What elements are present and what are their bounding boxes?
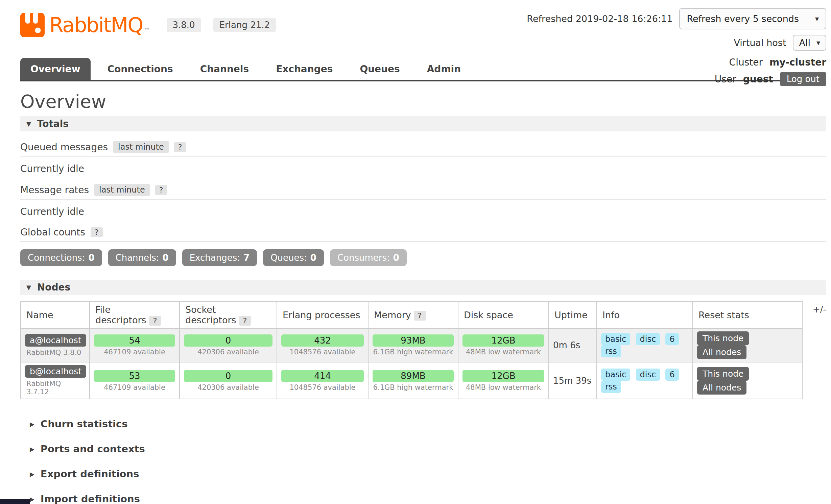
erlang-processes-detail: 1048576 available — [281, 348, 364, 356]
col-info: Info — [597, 301, 693, 328]
refreshed-timestamp: Refreshed 2019-02-18 16:26:11 — [527, 14, 672, 24]
bottom-left-artifact — [0, 499, 30, 504]
disk-space-cell: 12GB 48MB low watermark — [458, 328, 549, 362]
nodes-table-wrap: Name File descriptors? Socket descriptor… — [20, 301, 826, 399]
tab-connections[interactable]: Connections — [97, 58, 183, 80]
col-memory: Memory? — [368, 301, 458, 328]
section-import-definitions[interactable]: ▶ Import definitions — [20, 493, 826, 504]
tab-queues[interactable]: Queues — [350, 58, 410, 80]
nodes-section-header[interactable]: ▼ Nodes — [20, 280, 826, 295]
count-value: 7 — [243, 253, 250, 263]
global-counts-label: Global counts — [20, 227, 85, 238]
header-right: Refreshed 2019-02-18 16:26:11 Refresh ev… — [527, 8, 826, 86]
node-name-cell: a@localhost RabbitMQ 3.8.0 — [21, 328, 90, 362]
count-label: Exchanges: — [190, 253, 240, 263]
reset-this-node-button[interactable]: This node — [697, 331, 749, 345]
message-rates-status: Currently idle — [20, 206, 826, 217]
count-label: Connections: — [28, 253, 85, 263]
section-ports-and-contexts[interactable]: ▶ Ports and contexts — [20, 443, 826, 455]
disk-space-bar: 12GB — [462, 370, 544, 382]
page-title: Overview — [20, 91, 826, 112]
tab-overview[interactable]: Overview — [20, 58, 91, 80]
section-churn-statistics[interactable]: ▶ Churn statistics — [20, 418, 826, 430]
logout-button[interactable]: Log out — [780, 72, 826, 86]
section-label: Churn statistics — [41, 418, 128, 430]
tab-channels[interactable]: Channels — [190, 58, 259, 80]
info-badge: 6 — [665, 369, 679, 381]
totals-section-header[interactable]: ▼ Totals — [20, 116, 826, 131]
col-file-descriptors: File descriptors? — [90, 301, 180, 328]
reset-all-nodes-button[interactable]: All nodes — [697, 345, 746, 359]
reset-all-nodes-button[interactable]: All nodes — [697, 381, 746, 395]
nodes-section-title: Nodes — [37, 282, 70, 293]
user-name: guest — [743, 74, 773, 85]
node-name-badge[interactable]: a@localhost — [25, 334, 86, 347]
page: RabbitMQ ™ 3.8.0 Erlang 21.2 Refreshed 2… — [0, 0, 831, 504]
info-badge: rss — [601, 381, 621, 393]
help-icon[interactable]: ? — [174, 142, 186, 152]
info-cell: basic disc 6 rss — [597, 362, 693, 399]
file-descriptors-cell: 53 467109 available — [90, 362, 180, 399]
count-value: 0 — [310, 253, 316, 263]
version-badge: 3.8.0 — [167, 18, 201, 32]
exchanges-count-badge: Exchanges: 7 — [182, 249, 257, 266]
tab-exchanges[interactable]: Exchanges — [266, 58, 343, 80]
socket-descriptors-bar: 0 — [184, 370, 272, 382]
message-rates-range-chip[interactable]: last minute — [94, 184, 150, 196]
node-row: a@localhost RabbitMQ 3.8.0 54 467109 ava… — [21, 328, 802, 362]
help-icon[interactable]: ? — [414, 311, 426, 321]
virtual-host-value: All — [799, 37, 810, 48]
section-export-definitions[interactable]: ▶ Export definitions — [20, 468, 826, 480]
triangle-down-icon: ▼ — [26, 120, 31, 127]
count-label: Consumers: — [337, 253, 390, 263]
channels-count-badge: Channels: 0 — [108, 249, 176, 266]
reset-this-node-button[interactable]: This node — [697, 367, 749, 381]
count-value: 0 — [88, 253, 94, 263]
refresh-interval-select[interactable]: Refresh every 5 seconds ▾ — [679, 8, 826, 29]
help-icon[interactable]: ? — [155, 185, 167, 195]
memory-bar: 89MB — [373, 370, 454, 382]
help-icon[interactable]: ? — [239, 316, 251, 326]
disk-space-detail: 48MB low watermark — [462, 348, 544, 356]
section-label: Import definitions — [41, 493, 140, 504]
chevron-down-icon: ▾ — [816, 39, 820, 47]
socket-descriptors-detail: 420306 available — [184, 383, 272, 392]
count-label: Channels: — [116, 253, 159, 263]
tab-admin[interactable]: Admin — [417, 58, 471, 80]
virtual-host-label: Virtual host — [734, 37, 786, 48]
queued-messages-label: Queued messages — [20, 142, 108, 153]
count-value: 0 — [163, 253, 169, 263]
global-counts-heading: Global counts ? — [20, 227, 826, 242]
erlang-processes-bar: 432 — [281, 334, 364, 347]
nodes-table: Name File descriptors? Socket descriptor… — [20, 301, 803, 399]
message-rates-label: Message rates — [20, 184, 89, 196]
table-header-row: Name File descriptors? Socket descriptor… — [21, 301, 802, 328]
help-icon[interactable]: ? — [91, 227, 103, 237]
triangle-right-icon: ▶ — [30, 446, 34, 453]
socket-descriptors-detail: 420306 available — [184, 348, 272, 356]
queued-messages-status: Currently idle — [20, 163, 826, 174]
col-reset-stats: Reset stats — [693, 301, 802, 328]
trademark-symbol: ™ — [144, 27, 150, 34]
virtual-host-select[interactable]: All ▾ — [793, 35, 826, 51]
erlang-processes-detail: 1048576 available — [281, 383, 364, 392]
collapsed-sections: ▶ Churn statistics ▶ Ports and contexts … — [20, 418, 826, 504]
info-badge: disc — [636, 369, 660, 381]
node-name-badge[interactable]: b@localhost — [25, 365, 86, 378]
column-toggle[interactable]: +/- — [813, 301, 826, 399]
global-counts-badges: Connections: 0 Channels: 0 Exchanges: 7 … — [20, 249, 826, 266]
col-disk-space: Disk space — [458, 301, 549, 328]
col-uptime: Uptime — [549, 301, 597, 328]
rabbitmq-logo-icon[interactable] — [20, 13, 45, 37]
brand-wordmark[interactable]: RabbitMQ — [49, 13, 143, 37]
erlang-version-badge: Erlang 21.2 — [213, 18, 276, 32]
count-value: 0 — [393, 253, 399, 263]
socket-descriptors-cell: 0 420306 available — [180, 328, 277, 362]
help-icon[interactable]: ? — [149, 316, 161, 326]
queued-messages-range-chip[interactable]: last minute — [113, 141, 169, 153]
reset-stats-cell: This node All nodes — [693, 328, 802, 362]
memory-bar: 93MB — [373, 334, 454, 347]
file-descriptors-detail: 467109 available — [94, 383, 175, 392]
erlang-processes-cell: 432 1048576 available — [277, 328, 368, 362]
file-descriptors-cell: 54 467109 available — [90, 328, 180, 362]
